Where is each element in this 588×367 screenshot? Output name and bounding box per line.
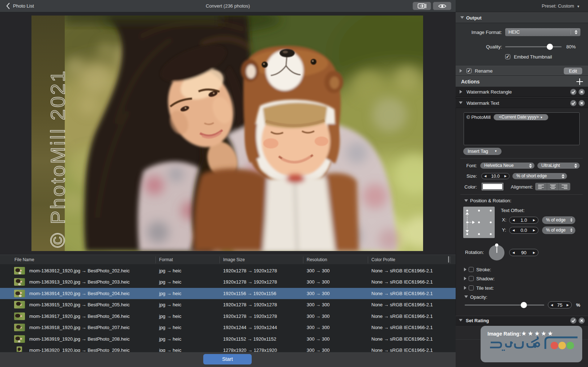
svg-text:© PhotoMill 2021: © PhotoMill 2021	[46, 71, 69, 248]
